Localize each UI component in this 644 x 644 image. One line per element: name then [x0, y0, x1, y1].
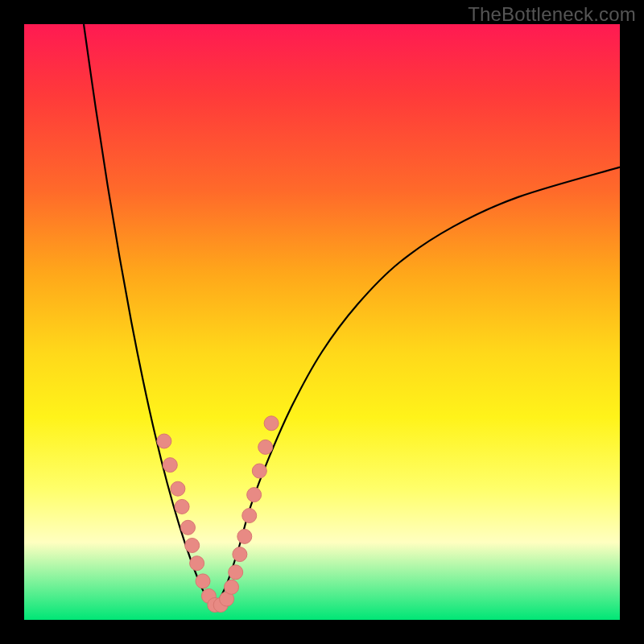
marker-dot	[225, 580, 239, 594]
marker-dot	[190, 556, 204, 571]
marker-dot	[237, 529, 252, 543]
marker-dot	[181, 520, 196, 535]
marker-dot	[157, 434, 171, 448]
marker-dot	[163, 458, 177, 473]
plot-area	[24, 24, 620, 620]
marker-dot	[242, 509, 257, 523]
marker-dot	[233, 547, 247, 562]
marker-dot	[247, 488, 262, 502]
chart-frame: TheBottleneck.com	[0, 0, 644, 644]
marker-dot	[258, 440, 273, 454]
marker-dot	[264, 416, 279, 431]
marker-dot	[171, 481, 185, 496]
marker-dot	[229, 565, 243, 580]
marker-dot	[252, 464, 266, 478]
bottleneck-curve-right	[215, 167, 620, 609]
marker-dot	[185, 539, 200, 553]
marker-dot	[196, 574, 210, 588]
curve-layer	[24, 24, 620, 620]
watermark-text: TheBottleneck.com	[468, 3, 636, 26]
bottleneck-curve-left	[84, 24, 215, 608]
marker-dot	[175, 499, 189, 514]
